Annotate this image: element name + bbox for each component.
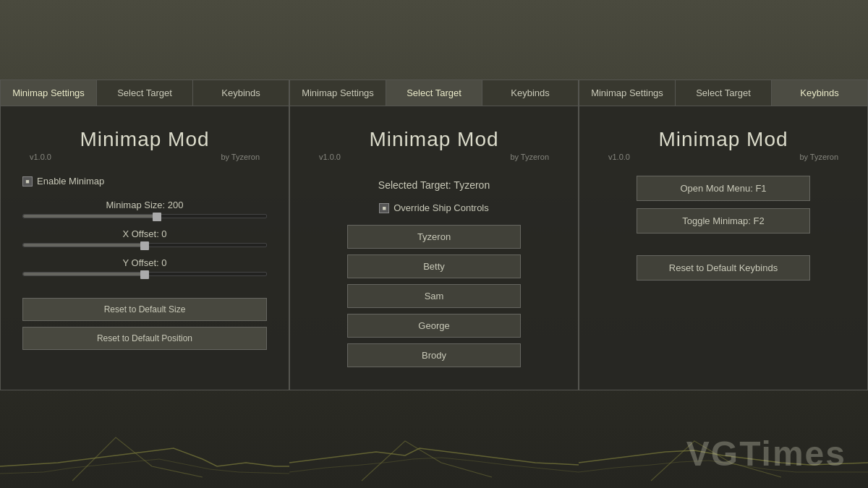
panel-1: Minimap Settings Select Target Keybinds … (0, 80, 289, 390)
panel-2-title: Minimap Mod (369, 128, 498, 151)
panel-2-content: Minimap Mod v1.0.0 by Tyzeron Selected T… (290, 106, 578, 388)
panel-1-version: v1.0.0 (30, 153, 51, 161)
tab-minimap-settings-2[interactable]: Minimap Settings (290, 80, 386, 106)
x-offset-slider-thumb[interactable] (140, 241, 149, 250)
size-slider-label: Minimap Size: 200 (22, 200, 267, 210)
panel-2-author: by Tyzeron (510, 153, 549, 161)
selected-target-text: Selected Target: Tyzeron (378, 179, 490, 191)
enable-minimap-checkbox[interactable] (22, 176, 33, 187)
tab-minimap-settings-1[interactable]: Minimap Settings (1, 80, 97, 106)
enable-minimap-row[interactable]: Enable Minimap (22, 176, 267, 187)
size-slider-section: Minimap Size: 200 (22, 200, 267, 218)
panels-container: Minimap Settings Select Target Keybinds … (0, 80, 868, 390)
tab-bar-3: Minimap Settings Select Target Keybinds (579, 80, 867, 106)
override-ship-controls-label: Override Ship Controls (393, 202, 489, 213)
panel-2-meta: v1.0.0 by Tyzeron (312, 153, 556, 161)
enable-minimap-label: Enable Minimap (37, 176, 104, 187)
size-slider-fill (23, 215, 157, 218)
tab-select-target-2[interactable]: Select Target (386, 80, 482, 106)
target-george-button[interactable]: George (347, 314, 521, 338)
y-offset-slider-fill (23, 273, 145, 275)
panel-1-meta: v1.0.0 by Tyzeron (22, 153, 267, 161)
size-slider-thumb[interactable] (153, 213, 161, 221)
target-sam-button[interactable]: Sam (347, 284, 521, 308)
size-slider-track[interactable] (22, 214, 267, 218)
x-offset-slider-label: X Offset: 0 (22, 228, 267, 239)
x-offset-slider-track[interactable] (22, 243, 267, 247)
reset-default-keybinds-button[interactable]: Reset to Default Keybinds (637, 255, 810, 281)
tab-bar-2: Minimap Settings Select Target Keybinds (290, 80, 578, 106)
panel-2: Minimap Settings Select Target Keybinds … (289, 80, 579, 390)
override-ship-controls-checkbox[interactable] (379, 203, 389, 213)
toggle-minimap-keybind-button[interactable]: Toggle Minimap: F2 (637, 208, 810, 234)
override-ship-controls-row[interactable]: Override Ship Controls (312, 202, 556, 213)
y-offset-slider-thumb[interactable] (140, 270, 149, 279)
y-offset-slider-section: Y Offset: 0 (22, 257, 267, 276)
tab-keybinds-2[interactable]: Keybinds (482, 80, 578, 106)
reset-default-size-button[interactable]: Reset to Default Size (22, 298, 267, 321)
panel-1-author: by Tyzeron (221, 153, 260, 161)
reset-default-position-button[interactable]: Reset to Default Position (22, 327, 267, 350)
panel-3-title: Minimap Mod (658, 128, 788, 151)
target-brody-button[interactable]: Brody (347, 343, 521, 367)
tab-minimap-settings-3[interactable]: Minimap Settings (579, 80, 676, 106)
tab-bar-1: Minimap Settings Select Target Keybinds (1, 80, 289, 106)
panel-1-content: Minimap Mod v1.0.0 by Tyzeron Enable Min… (1, 106, 289, 370)
x-offset-slider-section: X Offset: 0 (22, 228, 267, 247)
panel-3-version: v1.0.0 (608, 153, 630, 161)
panel-3-author: by Tyzeron (799, 153, 838, 161)
tab-select-target-1[interactable]: Select Target (97, 80, 193, 106)
target-tyzeron-button[interactable]: Tyzeron (347, 225, 521, 249)
panel-2-version: v1.0.0 (319, 153, 341, 161)
tab-keybinds-1[interactable]: Keybinds (193, 80, 289, 106)
panel-3-content: Minimap Mod v1.0.0 by Tyzeron Open Mod M… (579, 106, 867, 302)
x-offset-slider-fill (23, 244, 145, 247)
panel-3: Minimap Settings Select Target Keybinds … (579, 80, 868, 390)
panel-3-meta: v1.0.0 by Tyzeron (601, 153, 846, 161)
tab-select-target-3[interactable]: Select Target (676, 80, 772, 106)
y-offset-slider-label: Y Offset: 0 (22, 257, 267, 268)
y-offset-slider-track[interactable] (22, 272, 267, 276)
tab-keybinds-3[interactable]: Keybinds (772, 80, 867, 106)
panel-1-title: Minimap Mod (80, 128, 209, 151)
target-betty-button[interactable]: Betty (347, 254, 521, 278)
open-mod-menu-keybind-button[interactable]: Open Mod Menu: F1 (637, 176, 810, 201)
